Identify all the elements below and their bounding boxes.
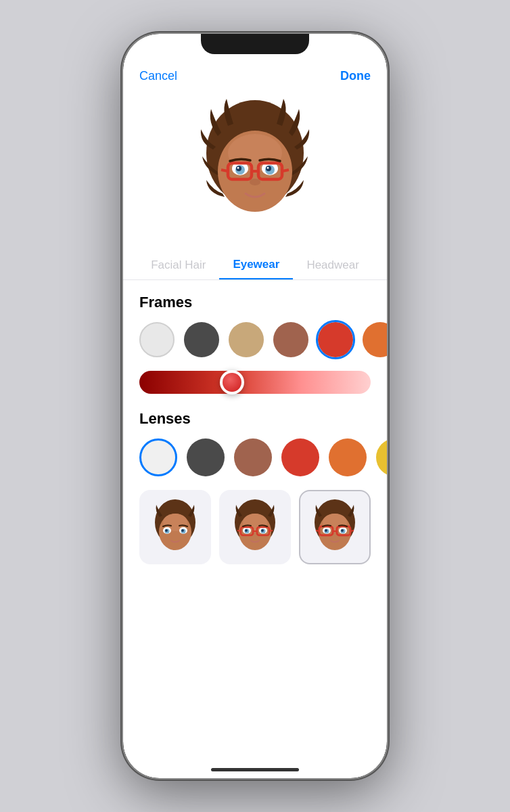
style-thumb-no-glasses[interactable] bbox=[139, 490, 211, 564]
frame-color-red[interactable] bbox=[318, 322, 353, 357]
frames-color-row bbox=[139, 322, 371, 357]
lens-color-red[interactable] bbox=[281, 438, 319, 476]
phone-frame: Cancel Done bbox=[123, 34, 387, 778]
nav-bar: Cancel Done bbox=[123, 64, 387, 89]
lenses-section: Lenses bbox=[139, 410, 371, 476]
phone-screen: Cancel Done bbox=[123, 34, 387, 778]
notch bbox=[201, 34, 309, 54]
lens-color-orange[interactable] bbox=[329, 438, 367, 476]
slider-thumb-inner bbox=[223, 373, 241, 392]
cancel-button[interactable]: Cancel bbox=[139, 69, 177, 83]
frames-label: Frames bbox=[139, 294, 371, 311]
svg-point-9 bbox=[237, 167, 239, 169]
content-area: Frames bbox=[123, 280, 387, 778]
frame-color-tan[interactable] bbox=[229, 322, 264, 357]
tab-headwear[interactable]: Headwear bbox=[293, 252, 373, 279]
lens-color-clear[interactable] bbox=[139, 438, 177, 476]
lens-color-dark-gray[interactable] bbox=[187, 438, 225, 476]
svg-point-16 bbox=[250, 179, 260, 185]
tab-facial-hair[interactable]: Facial Hair bbox=[137, 252, 219, 279]
frame-color-white[interactable] bbox=[139, 322, 175, 357]
lenses-color-row bbox=[139, 438, 371, 476]
svg-line-39 bbox=[269, 531, 273, 531]
frames-slider-thumb[interactable] bbox=[220, 370, 244, 394]
svg-point-48 bbox=[341, 529, 344, 532]
frame-color-brown[interactable] bbox=[273, 322, 308, 357]
lenses-label: Lenses bbox=[139, 410, 371, 428]
phone-wrapper: Cancel Done bbox=[0, 0, 510, 812]
avatar-main bbox=[187, 95, 323, 231]
svg-line-38 bbox=[237, 531, 241, 531]
frames-slider-container bbox=[139, 371, 371, 394]
lens-color-yellow[interactable] bbox=[376, 438, 387, 476]
svg-line-53 bbox=[350, 531, 354, 531]
frames-section: Frames bbox=[139, 294, 371, 394]
tab-bar: Facial Hair Eyewear Headwear bbox=[123, 251, 387, 280]
avatar-area bbox=[123, 89, 387, 251]
svg-point-24 bbox=[165, 529, 168, 532]
frame-color-dark-gray[interactable] bbox=[184, 322, 219, 357]
svg-point-25 bbox=[181, 529, 184, 532]
lens-color-brown[interactable] bbox=[234, 438, 272, 476]
svg-point-33 bbox=[245, 529, 248, 532]
frames-slider-track[interactable] bbox=[139, 371, 371, 394]
svg-line-52 bbox=[316, 531, 319, 531]
svg-point-47 bbox=[325, 529, 327, 532]
svg-point-10 bbox=[267, 167, 269, 169]
home-indicator bbox=[211, 768, 299, 771]
tab-eyewear[interactable]: Eyewear bbox=[219, 251, 293, 279]
svg-line-14 bbox=[221, 170, 228, 171]
svg-line-15 bbox=[282, 170, 289, 171]
svg-point-34 bbox=[261, 529, 264, 532]
done-button[interactable]: Done bbox=[340, 69, 371, 83]
style-thumbnails-row bbox=[139, 490, 371, 564]
style-thumb-red-glasses-1[interactable] bbox=[219, 490, 291, 564]
frame-color-orange[interactable] bbox=[363, 322, 387, 357]
style-thumb-red-glasses-2[interactable] bbox=[299, 490, 371, 564]
